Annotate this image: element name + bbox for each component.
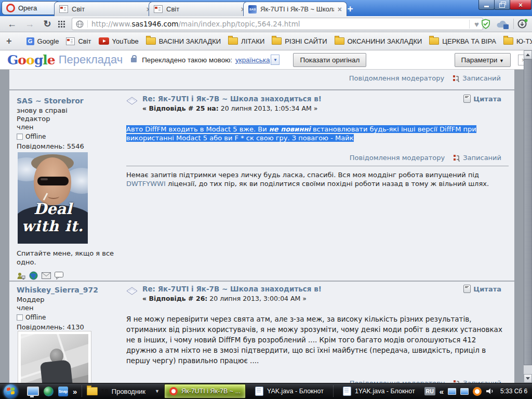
tab-svit-2[interactable]: Світ ×: [149, 2, 250, 16]
folder-icon: [272, 37, 282, 45]
poster-name-link[interactable]: SAS ~ Storebror: [17, 97, 124, 105]
browser-quicklaunch-icon[interactable]: [44, 387, 54, 396]
explorer-toolbar[interactable]: 18 Проводник ▼: [87, 387, 159, 395]
show-desktop-icon[interactable]: [27, 387, 39, 396]
post-25: SAS ~ Storebror знову в справі Редактор …: [9, 90, 514, 281]
report-to-moderator-link[interactable]: Повідомлення модератору: [349, 74, 444, 82]
report-to-moderator-link[interactable]: Повідомлення модератору: [350, 154, 445, 162]
avatar-deal-with-it: Deal with it.: [18, 152, 88, 244]
taskbar-item-notepad-yak[interactable]: YAK.java - Блокнот: [250, 384, 328, 398]
window-restore-button[interactable]: [494, 0, 510, 10]
vertical-scrollbar[interactable]: [524, 50, 532, 383]
logged-icon: [453, 75, 460, 82]
taskbar-item-notepad-1yak[interactable]: 1YAK.java - Блокнот: [338, 384, 420, 398]
opera-link-cloud-icon[interactable]: [495, 20, 511, 30]
profile-icon[interactable]: [17, 272, 25, 280]
add-bookmark-button[interactable]: +: [6, 36, 12, 47]
desktop: Opera Світ × Світ × SAS Як-7UTI і Як-7В …: [0, 0, 532, 399]
start-button[interactable]: [4, 384, 18, 398]
forward-button[interactable]: →: [23, 16, 36, 32]
tab-title: Світ: [166, 5, 237, 13]
tray-expand-chevron[interactable]: «: [440, 387, 444, 396]
poster-group: член: [17, 304, 124, 312]
post-footer: Повідомлення модератору Записаний: [126, 154, 501, 162]
quote-button[interactable]: Цитата: [463, 285, 501, 293]
poster-name-link[interactable]: Whiskey_Sierra_972: [17, 286, 124, 294]
network-icon[interactable]: [448, 388, 456, 395]
snap-tool-icon[interactable]: Snap: [58, 387, 68, 396]
caret-down-icon[interactable]: ▼: [155, 389, 159, 394]
opera-menu-button[interactable]: Opera: [2, 1, 60, 15]
arrow-down-icon: [526, 377, 530, 380]
bookmark-folder-vasyni[interactable]: ВАСІНИ ЗАКЛАДКИ: [146, 37, 221, 45]
lock-icon: [131, 58, 137, 62]
security-shield-icon[interactable]: [481, 19, 491, 29]
window-minimize-button[interactable]: [478, 0, 495, 10]
quote-button[interactable]: Цитата: [463, 95, 501, 103]
tab-strip: Opera Світ × Світ × SAS Як-7UTI і Як-7В …: [0, 0, 532, 16]
quicklaunch-overflow-chevron[interactable]: »: [73, 387, 77, 396]
bookmark-folder-rizni[interactable]: РІЗНІ САЙТИ: [272, 37, 327, 45]
opera-icon: [169, 387, 178, 395]
website-globe-icon[interactable]: [29, 271, 38, 280]
bookmark-google[interactable]: GGoogle: [26, 37, 59, 45]
window-close-button[interactable]: ×: [510, 0, 531, 10]
reload-button[interactable]: ↻: [41, 16, 54, 32]
post-text-selected: Авто DiffFM входить в Modact 5 вже. Ви н…: [126, 125, 509, 142]
speed-dial-icon[interactable]: [58, 21, 60, 22]
bookmark-folder-tserkva[interactable]: ЦЕРКВА ТА ВІРА: [429, 37, 496, 45]
offline-status: Offline: [17, 133, 124, 140]
taskbar-clock[interactable]: 5:33 Сб 6: [500, 388, 527, 395]
back-button[interactable]: ←: [5, 16, 19, 32]
language-link[interactable]: українська: [235, 56, 270, 64]
folder-icon: [503, 37, 513, 45]
personal-text: Спитайте мене, якщо я все одно.: [17, 249, 121, 267]
bookmark-folder-yutub[interactable]: Ю-ТУБ: [503, 37, 532, 45]
bookmark-svit[interactable]: Світ: [66, 37, 91, 45]
bookmarks-bar: + GGoogle Світ YouTube ВАСІНИ ЗАКЛАДКИ Л…: [0, 32, 532, 50]
new-tab-button[interactable]: +: [342, 3, 358, 14]
tab-close-icon[interactable]: ×: [338, 6, 342, 13]
volume-icon[interactable]: [486, 388, 494, 395]
tab-svit-1[interactable]: Світ ×: [54, 2, 156, 16]
post-subject-link[interactable]: Re: Як-7UTI і Як-7В ~ Школа знаходиться …: [142, 95, 322, 103]
folder-icon: [87, 387, 98, 395]
options-button[interactable]: Параметри ▼: [455, 53, 511, 67]
taskbar-item-opera[interactable]: Як-7UTI і Як-7В ~ ...: [164, 384, 246, 398]
post-subject-link[interactable]: Re: Як-7UTI і Як-7В ~ Школа знаходиться …: [142, 285, 322, 293]
sas-favicon-icon: SAS: [248, 5, 257, 14]
address-bar[interactable]: http://www.sas1946.com/main/index.php/to…: [72, 18, 483, 30]
post-meta: « Відповідь # 25 на: 20 липня 2013, 1:05…: [142, 104, 322, 112]
email-icon[interactable]: [42, 272, 51, 279]
tab-active-forum[interactable]: SAS Як-7UTI і Як-7В ~ Школа зн ×: [243, 2, 347, 16]
notepad-icon: [255, 387, 263, 396]
minimize-icon: [484, 6, 489, 7]
signature-divider: [126, 166, 509, 166]
bookmark-folder-oksanyny[interactable]: ОКСАНИНИ ЗАКЛАДКИ: [335, 37, 422, 45]
license-link[interactable]: DWTFYWWI: [126, 180, 166, 188]
offline-status-icon: [17, 134, 23, 140]
bookmark-youtube[interactable]: YouTube: [99, 37, 139, 45]
restore-icon: [499, 3, 505, 8]
scroll-up-button[interactable]: [524, 50, 532, 59]
report-to-moderator-link[interactable]: Повідомлення модератору: [350, 379, 445, 383]
folder-icon: [429, 37, 439, 45]
language-indicator[interactable]: RU: [424, 387, 435, 395]
scrollbar-thumb[interactable]: [524, 59, 532, 365]
google-logo: Google: [7, 54, 55, 66]
bookmark-heart-icon[interactable]: ♥: [469, 20, 479, 29]
show-original-button[interactable]: Показати оригінал: [293, 53, 366, 67]
scroll-down-button[interactable]: [524, 374, 532, 383]
language-dropdown-button[interactable]: ▼: [271, 55, 280, 65]
tab-title: Світ: [72, 5, 143, 13]
forum-topic-table: Повідомлення модератору Записаний SAS ~ …: [9, 70, 514, 383]
url-text: http://www.sas1946.com/main/index.php/to…: [91, 20, 300, 28]
bookmark-folder-litaky[interactable]: ЛІТАКИ: [228, 37, 264, 45]
offline-status: Offline: [17, 314, 124, 321]
downloads-icon[interactable]: [517, 19, 528, 29]
opera-tray-icon[interactable]: [473, 387, 482, 396]
opera-menu-label: Opera: [18, 4, 37, 12]
youtube-icon: [99, 37, 109, 45]
network-icon-2[interactable]: [460, 388, 469, 395]
message-bubble-icon[interactable]: [55, 272, 63, 280]
